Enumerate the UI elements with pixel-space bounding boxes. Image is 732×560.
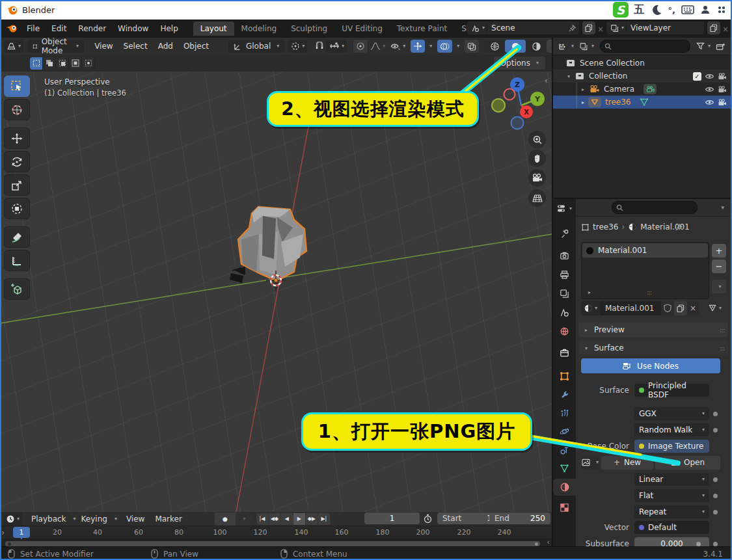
scrollbar-handle-left[interactable]: [8, 542, 11, 546]
tool-select-box[interactable]: [4, 75, 30, 97]
ime-language-toggle[interactable]: 五: [634, 3, 645, 17]
show-overlays-toggle[interactable]: [437, 40, 452, 53]
jump-to-end-button[interactable]: ▶|: [318, 513, 331, 525]
tree-object[interactable]: [238, 207, 306, 281]
browse-image-dropdown[interactable]: ▾: [581, 456, 599, 470]
play-button[interactable]: ▶: [293, 513, 306, 525]
tab-physics-properties[interactable]: [553, 423, 576, 440]
zoom-view-button[interactable]: [528, 131, 546, 148]
animate-dot[interactable]: [713, 542, 718, 546]
tool-add-cube[interactable]: [4, 278, 30, 300]
select-mode-invert[interactable]: [69, 57, 82, 70]
hide-viewport-eye-icon[interactable]: [705, 86, 714, 93]
menu-select[interactable]: Select: [118, 42, 153, 51]
animate-dot[interactable]: [713, 510, 718, 514]
interpolation-dropdown[interactable]: Linear ▾: [634, 473, 709, 486]
tab-object-properties[interactable]: [553, 367, 576, 384]
select-mode-new[interactable]: [30, 57, 43, 70]
remove-material-slot-button[interactable]: −: [712, 260, 726, 273]
view-layer-icon[interactable]: ▾: [606, 24, 627, 33]
mode-dropdown[interactable]: Object Mode ▾: [27, 40, 84, 53]
material-specials-dropdown[interactable]: ▾: [712, 280, 726, 293]
menu-keying[interactable]: Keying: [76, 514, 113, 524]
jump-to-start-button[interactable]: |◀: [256, 513, 269, 525]
auto-keying-toggle[interactable]: ●: [215, 513, 236, 526]
slot-filter-expand[interactable]: ▸: [586, 289, 593, 295]
select-mode-intersect[interactable]: [82, 57, 95, 70]
tool-cursor[interactable]: [4, 99, 30, 120]
tab-texture-paint[interactable]: Texture Paint: [390, 21, 454, 36]
editor-divider[interactable]: [552, 38, 553, 546]
properties-editor-type-button[interactable]: ▾: [553, 200, 576, 217]
animate-dot[interactable]: [713, 412, 718, 416]
outliner-row-camera[interactable]: ▸ Camera: [553, 83, 731, 96]
outliner-row-collection[interactable]: ▾ Collection ✓: [553, 70, 731, 83]
distribution-dropdown[interactable]: GGX ▾: [634, 407, 709, 420]
view-layer-remove-button[interactable]: ×: [722, 25, 729, 34]
menu-playback[interactable]: Playback: [26, 514, 72, 524]
tab-modifier-properties[interactable]: [553, 386, 576, 403]
properties-search-input[interactable]: [612, 201, 698, 214]
fake-user-shield-button[interactable]: [661, 301, 674, 315]
animate-dot[interactable]: [713, 477, 718, 482]
scrollbar-collapse-arrow[interactable]: ‹: [547, 538, 550, 546]
new-collection-button[interactable]: [713, 40, 728, 53]
gizmo-minus-y-axis[interactable]: [492, 99, 505, 112]
tab-world-properties[interactable]: [553, 323, 576, 340]
stopwatch-icon[interactable]: [423, 514, 433, 524]
tab-object-data-properties[interactable]: [553, 460, 576, 477]
tab-material-properties[interactable]: [553, 479, 576, 496]
unlink-material-button[interactable]: ×: [687, 301, 699, 315]
use-nodes-button[interactable]: Use Nodes: [581, 358, 720, 373]
gizmo-minus-z-axis[interactable]: [511, 117, 524, 129]
menu-timeline-view[interactable]: View: [121, 514, 150, 524]
animate-dot[interactable]: [713, 494, 718, 498]
outliner-row-tree36[interactable]: ▸ tree36: [553, 96, 731, 109]
scene-collection-label[interactable]: Scene Collection: [580, 59, 645, 68]
timeline-editor-type-button[interactable]: ▾: [3, 513, 22, 526]
menu-add[interactable]: Add: [153, 42, 178, 51]
scene-icon[interactable]: ▾: [467, 24, 487, 33]
menu-window[interactable]: Window: [112, 24, 154, 33]
surface-panel-header[interactable]: ▾ Surface :::: [578, 341, 728, 355]
preview-panel-header[interactable]: ▸ Preview :::: [578, 323, 728, 337]
material-slot-list[interactable]: Material.001 ▸ :::: [581, 242, 709, 299]
scene-selector[interactable]: ▾ Scene: [467, 21, 579, 34]
outliner-row-scene-collection[interactable]: Scene Collection: [553, 57, 731, 70]
scrollbar-handle-right[interactable]: [535, 542, 538, 546]
scene-name[interactable]: Scene: [487, 23, 568, 33]
new-image-button[interactable]: + New: [601, 456, 653, 470]
tab-sculpting[interactable]: Sculpting: [284, 21, 334, 36]
sidebar-collapse-arrow[interactable]: ‹: [545, 75, 548, 85]
tab-scene-properties[interactable]: [553, 304, 576, 321]
add-material-slot-button[interactable]: +: [712, 244, 726, 258]
navigation-gizmo[interactable]: Z Y X: [478, 72, 552, 137]
breadcrumb-object[interactable]: tree36: [593, 222, 618, 232]
tab-uv-editing[interactable]: UV Editing: [334, 21, 390, 36]
view-layer-new-copy-button[interactable]: [707, 21, 720, 34]
tab-layout[interactable]: Layout: [193, 21, 234, 36]
base-color-node-button[interactable]: Image Texture: [634, 440, 709, 453]
select-mode-extend[interactable]: [43, 57, 56, 70]
subsurface-slider[interactable]: 0.000: [634, 537, 709, 546]
playhead[interactable]: 1: [13, 527, 30, 538]
shading-solid-button[interactable]: [505, 40, 526, 53]
frame-start-field[interactable]: Start 1: [437, 513, 497, 524]
snap-toggle[interactable]: [312, 40, 327, 53]
pin-icon[interactable]: [675, 223, 683, 232]
menu-edit[interactable]: Edit: [46, 24, 72, 33]
shading-wireframe-button[interactable]: [484, 40, 505, 53]
view-layer-selector[interactable]: ▾ ViewLayer: [606, 21, 704, 34]
tab-render-properties[interactable]: [553, 247, 576, 264]
browse-material-dropdown[interactable]: ▾: [581, 301, 600, 315]
snap-target-dropdown[interactable]: ▾: [327, 40, 347, 53]
proportional-editing-toggle[interactable]: [353, 40, 368, 53]
tab-texture-properties[interactable]: [553, 499, 576, 516]
camera-expand-icon[interactable]: ▸: [579, 87, 587, 92]
tool-rotate[interactable]: [4, 151, 30, 172]
xray-toggle[interactable]: [465, 40, 479, 53]
punctuation-toggle[interactable]: °,: [668, 5, 675, 15]
view-layer-name[interactable]: ViewLayer: [627, 23, 704, 33]
keyboard-icon[interactable]: [681, 5, 694, 14]
gizmo-dropdown[interactable]: ▾: [425, 40, 435, 53]
